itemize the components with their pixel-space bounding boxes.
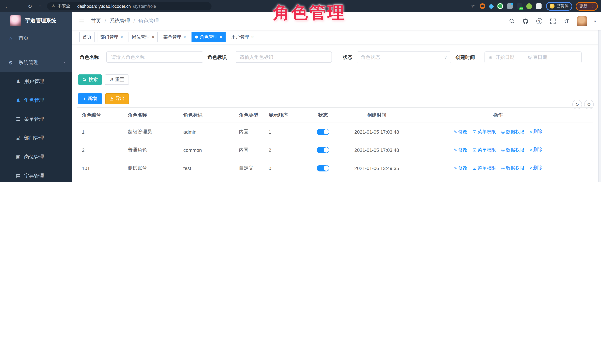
status-toggle[interactable] [317,165,329,171]
sidebar-item-dashboard[interactable]: ⌂首页 [0,29,72,47]
tab-label: 部门管理 [100,34,118,40]
extension-icon[interactable]: on [517,3,522,9]
date-range-picker[interactable]: ⊞ 开始日期 - 结束日期 [484,51,581,63]
fullscreen-icon[interactable] [550,18,556,24]
profile-paused-chip[interactable]: 已暂停 [546,2,572,10]
column-header: 角色名称 [123,108,178,123]
op-edit[interactable]: ✎修改 [454,165,468,171]
sidebar-section: ♟用户管理♟角色管理☰菜单管理品部门管理▣岗位管理▤字典管理✉通知公告✎审计日志… [0,72,72,182]
browser-menu-icon[interactable]: ⋮ [590,4,594,9]
github-icon[interactable] [522,18,529,24]
tab-角色管理[interactable]: 角色管理× [191,32,226,42]
status-select-placeholder: 角色状态 [361,54,444,61]
extension-icon[interactable] [526,3,532,9]
insecure-label[interactable]: 不安全 [57,3,70,9]
menu-perm-icon: ☑ [473,130,476,134]
back-icon[interactable]: ← [5,3,10,9]
hamburger-icon[interactable]: ☰ [79,17,85,25]
plus-icon: + [83,96,86,101]
column-header: 显示顺序 [263,108,295,123]
help-icon[interactable]: ? [536,18,543,24]
op-data-perm[interactable]: ◎数据权限 [501,165,524,171]
role-key-label: 角色标识 [207,51,227,63]
cell-status [295,141,351,159]
op-edit[interactable]: ✎修改 [454,147,468,153]
close-icon[interactable]: × [251,35,254,39]
sidebar-item-post-badge[interactable]: ▣岗位管理 [0,147,72,166]
role-key-input[interactable] [235,51,332,63]
tab-岗位管理[interactable]: 岗位管理× [129,32,158,42]
close-icon[interactable]: × [152,35,154,39]
op-delete[interactable]: ×删除 [530,165,542,171]
op-label: 数据权限 [506,129,524,135]
sidebar-item-dict-book[interactable]: ▤字典管理 [0,166,72,182]
cell-role-type: 自定义 [234,159,263,177]
tab-label: 岗位管理 [132,34,150,40]
sidebar-item-user[interactable]: ♟用户管理 [0,72,72,91]
table-row: 1超级管理员admin内置12021-01-05 17:03:48✎修改☑菜单权… [77,123,593,141]
sidebar-item-role[interactable]: ♟角色管理 [0,91,72,110]
edit-icon: ✎ [454,148,457,153]
breadcrumb-system[interactable]: 系统管理 [109,18,130,24]
op-menu-perm[interactable]: ☑菜单权限 [473,147,496,153]
op-delete[interactable]: ×删除 [530,147,542,153]
extensions-puzzle-icon[interactable] [536,3,541,9]
create-time-label: 创建时间 [456,51,475,63]
status-toggle[interactable] [317,147,329,153]
add-button[interactable]: + 新增 [78,93,102,104]
breadcrumb-home[interactable]: 首页 [91,18,101,24]
delete-icon: × [530,130,532,134]
export-button[interactable]: 导出 [105,93,129,104]
user-icon: ♟ [15,79,21,84]
window-scrollbar[interactable] [598,12,601,182]
status-select[interactable]: 角色状态 ∨ [357,51,451,63]
caret-down-icon[interactable]: ▾ [594,19,596,23]
question-mark: ? [536,18,542,24]
sidebar-item-gear[interactable]: ⚙系统管理∧ [0,53,72,72]
address-bar[interactable]: ⚠ 不安全 dashboard.yudao.iocoder.cn/system/… [47,2,211,10]
breadcrumb-separator: / [133,18,135,24]
tab-首页[interactable]: 首页 [79,32,95,42]
op-delete[interactable]: ×删除 [530,129,542,135]
close-icon[interactable]: × [183,35,186,39]
bookmark-star-icon[interactable]: ☆ [471,3,475,9]
op-data-perm[interactable]: ◎数据权限 [501,147,524,153]
home-icon[interactable]: ⌂ [38,3,41,9]
role-name-input[interactable] [106,51,203,63]
op-menu-perm[interactable]: ☑菜单权限 [473,129,496,135]
tab-用户管理[interactable]: 用户管理× [228,32,257,42]
extension-icon[interactable] [488,3,494,9]
role-name-label: 角色名称 [80,51,99,63]
app-logo-row[interactable]: 芋道管理系统 [0,12,72,29]
extension-icon[interactable] [507,3,513,9]
refresh-icon: ↺ [110,77,113,82]
emoji-avatar-icon [550,4,554,9]
close-icon[interactable]: × [220,35,222,39]
url-divider [73,4,74,8]
reload-icon[interactable]: ↻ [28,3,32,9]
search-button[interactable]: 搜索 [78,74,102,85]
forward-icon[interactable]: → [16,3,21,9]
tab-部门管理[interactable]: 部门管理× [97,32,126,42]
user-avatar[interactable] [577,16,587,26]
reset-button[interactable]: ↺ 重置 [105,74,129,85]
status-toggle[interactable] [317,129,329,135]
cell-role-key: common [178,141,234,159]
on-badge: on [520,7,523,10]
download-icon [110,97,113,101]
browser-update-chip[interactable]: 更新 ⋮ [576,2,598,10]
active-dot-icon [195,36,198,39]
font-size-icon[interactable]: tT [563,18,570,24]
extension-icon[interactable] [480,3,485,9]
sidebar-item-menu-list[interactable]: ☰菜单管理 [0,110,72,128]
extension-icon[interactable] [498,3,503,9]
op-data-perm[interactable]: ◎数据权限 [501,129,524,135]
app-logo-image [10,15,21,26]
search-icon[interactable] [509,18,515,24]
sidebar-item-dept-tree[interactable]: 品部门管理 [0,128,72,147]
op-label: 菜单权限 [478,129,496,135]
close-icon[interactable]: × [120,35,123,39]
tab-菜单管理[interactable]: 菜单管理× [160,32,189,42]
op-menu-perm[interactable]: ☑菜单权限 [473,165,496,171]
op-edit[interactable]: ✎修改 [454,129,468,135]
